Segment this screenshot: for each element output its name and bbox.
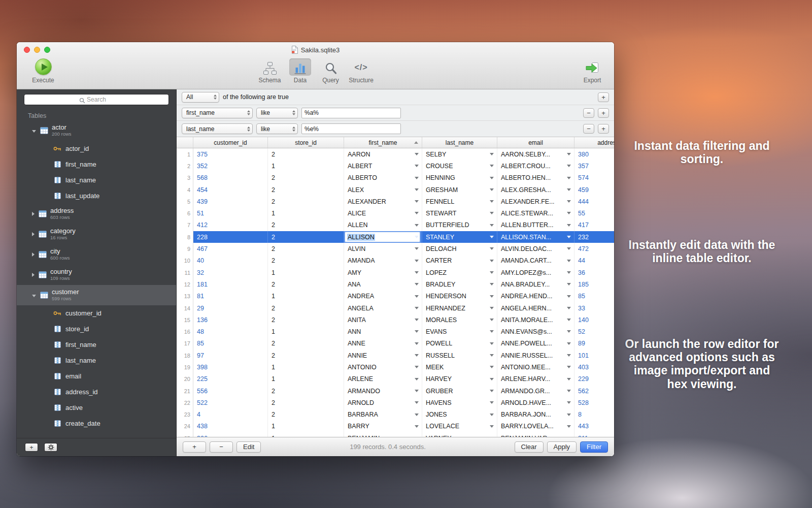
- cell-first_name[interactable]: ARMANDO: [344, 385, 422, 397]
- cell-last_name[interactable]: SELBY: [422, 148, 497, 160]
- cell-dropdown-icon[interactable]: [490, 200, 494, 203]
- cell-dropdown-icon[interactable]: [490, 401, 494, 404]
- cell-last_name[interactable]: DELOACH: [422, 243, 497, 255]
- cell-customer_id[interactable]: 181: [193, 278, 268, 290]
- export-button[interactable]: Export: [576, 58, 609, 84]
- cell-email[interactable]: ANNE.POWELL...: [497, 338, 574, 350]
- add-row-button[interactable]: +: [183, 441, 206, 453]
- cell-address_id[interactable]: 574: [574, 172, 614, 184]
- cell-store_id[interactable]: 2: [268, 231, 344, 243]
- toolbar-query-button[interactable]: Query: [318, 58, 344, 84]
- cell-address_id[interactable]: 528: [574, 397, 614, 408]
- cell-last_name[interactable]: HAVENS: [422, 397, 497, 408]
- table-row[interactable]: 94672ALVINDELOACHALVIN.DELOAC...472: [177, 243, 614, 255]
- cell-dropdown-icon[interactable]: [415, 165, 419, 167]
- cell-customer_id[interactable]: 32: [193, 267, 268, 278]
- cell-first_name[interactable]: AMANDA: [344, 255, 422, 267]
- cell-store_id[interactable]: 1: [268, 160, 344, 172]
- cell-email[interactable]: ANNIE.RUSSEL...: [497, 350, 574, 361]
- cell-last_name[interactable]: MEEK: [422, 361, 497, 373]
- cell-dropdown-icon[interactable]: [415, 247, 419, 250]
- cell-customer_id[interactable]: 4: [193, 409, 268, 421]
- filter-value-input[interactable]: [301, 123, 401, 134]
- filter-value-input[interactable]: [301, 108, 401, 118]
- cell-email[interactable]: ALBERT.CROU...: [497, 160, 574, 172]
- sidebar-column-first_name[interactable]: first_name: [17, 337, 176, 353]
- cell-dropdown-icon[interactable]: [490, 236, 494, 238]
- sidebar-table-category[interactable]: category16 rows: [17, 224, 176, 244]
- cell-store_id[interactable]: 2: [268, 148, 344, 160]
- table-row[interactable]: 13752AARONSELBYAARON.SELBY...380: [177, 148, 614, 160]
- cell-first_name[interactable]: ANDREA: [344, 291, 422, 302]
- cell-last_name[interactable]: HERNANDEZ: [422, 302, 497, 314]
- cell-email[interactable]: ANTONIO.MEE...: [497, 361, 574, 373]
- cell-dropdown-icon[interactable]: [490, 212, 494, 214]
- column-header-store_id[interactable]: store_id: [268, 137, 344, 148]
- table-row[interactable]: 202251ARLENEHARVEYARLENE.HARV...229: [177, 373, 614, 385]
- cell-dropdown-icon[interactable]: [415, 414, 419, 416]
- sidebar-column-email[interactable]: email: [17, 368, 176, 384]
- cell-dropdown-icon[interactable]: [415, 342, 419, 345]
- cell-address_id[interactable]: 89: [574, 338, 614, 350]
- cell-store_id[interactable]: 2: [268, 172, 344, 184]
- cell-dropdown-icon[interactable]: [567, 224, 571, 227]
- cell-first_name[interactable]: BARBARA: [344, 409, 422, 421]
- cell-store_id[interactable]: 1: [268, 291, 344, 302]
- cell-email[interactable]: BARBARA.JON...: [497, 409, 574, 421]
- cell-store_id[interactable]: 2: [268, 385, 344, 397]
- table-row[interactable]: 151362ANITAMORALESANITA.MORALE...140: [177, 314, 614, 326]
- cell-first_name[interactable]: ALVIN: [344, 243, 422, 255]
- cell-customer_id[interactable]: 412: [193, 219, 268, 231]
- cell-customer_id[interactable]: 556: [193, 385, 268, 397]
- cell-customer_id[interactable]: 97: [193, 350, 268, 361]
- remove-rule-button[interactable]: −: [583, 124, 594, 134]
- cell-store_id[interactable]: 2: [268, 314, 344, 326]
- cell-dropdown-icon[interactable]: [490, 307, 494, 309]
- cell-customer_id[interactable]: 40: [193, 255, 268, 267]
- table-row[interactable]: 35682ALBERTOHENNINGALBERTO.HEN...574: [177, 172, 614, 184]
- cell-dropdown-icon[interactable]: [567, 236, 571, 238]
- cell-store_id[interactable]: 1: [268, 361, 344, 373]
- cell-email[interactable]: ALICE.STEWAR...: [497, 207, 574, 219]
- sidebar-column-store_id[interactable]: store_id: [17, 321, 176, 337]
- cell-customer_id[interactable]: 438: [193, 421, 268, 432]
- cell-last_name[interactable]: EVANS: [422, 326, 497, 337]
- cell-email[interactable]: AARON.SELBY...: [497, 148, 574, 160]
- cell-email[interactable]: ANGELA.HERN...: [497, 302, 574, 314]
- cell-customer_id[interactable]: 522: [193, 397, 268, 408]
- cell-dropdown-icon[interactable]: [567, 425, 571, 428]
- cell-dropdown-icon[interactable]: [490, 342, 494, 345]
- cell-dropdown-icon[interactable]: [490, 390, 494, 392]
- column-header-first_name[interactable]: first_name: [344, 137, 422, 148]
- table-row[interactable]: 244381BARRYLOVELACEBARRY.LOVELA...443: [177, 421, 614, 432]
- cell-email[interactable]: ANDREA.HEND...: [497, 291, 574, 302]
- cell-address_id[interactable]: 357: [574, 160, 614, 172]
- cell-first_name[interactable]: ALBERT: [344, 160, 422, 172]
- cell-first_name[interactable]: ANA: [344, 278, 422, 290]
- cell-last_name[interactable]: HENDERSON: [422, 291, 497, 302]
- cell-address_id[interactable]: 36: [574, 267, 614, 278]
- cell-email[interactable]: ANITA.MORALE...: [497, 314, 574, 326]
- cell-dropdown-icon[interactable]: [490, 330, 494, 333]
- cell-store_id[interactable]: 1: [268, 326, 344, 337]
- zoom-button[interactable]: [44, 47, 50, 53]
- cell-dropdown-icon[interactable]: [567, 354, 571, 357]
- table-row[interactable]: 193981ANTONIOMEEKANTONIO.MEE...403: [177, 361, 614, 373]
- disclosure-triangle-icon[interactable]: [32, 130, 36, 133]
- cell-dropdown-icon[interactable]: [490, 224, 494, 227]
- cell-dropdown-icon[interactable]: [567, 260, 571, 262]
- sidebar-column-actor_id[interactable]: actor_id: [17, 141, 176, 156]
- cell-dropdown-icon[interactable]: [567, 390, 571, 392]
- toolbar-schema-button[interactable]: Schema: [257, 58, 283, 84]
- filter-operator-popup[interactable]: like: [256, 123, 298, 134]
- cell-dropdown-icon[interactable]: [490, 153, 494, 155]
- cell-dropdown-icon[interactable]: [567, 212, 571, 214]
- sidebar-column-address_id[interactable]: address_id: [17, 384, 176, 400]
- table-row[interactable]: 253061BENJAMINVARNEYBENJAMIN.VAR...311: [177, 432, 614, 437]
- cell-address_id[interactable]: 444: [574, 196, 614, 207]
- sidebar-column-customer_id[interactable]: customer_id: [17, 305, 176, 321]
- cell-customer_id[interactable]: 375: [193, 148, 268, 160]
- table-row[interactable]: 44542ALEXGRESHAMALEX.GRESHA...459: [177, 184, 614, 196]
- table-row[interactable]: 121812ANABRADLEYANA.BRADLEY...185: [177, 278, 614, 290]
- cell-email[interactable]: ARNOLD.HAVE...: [497, 397, 574, 408]
